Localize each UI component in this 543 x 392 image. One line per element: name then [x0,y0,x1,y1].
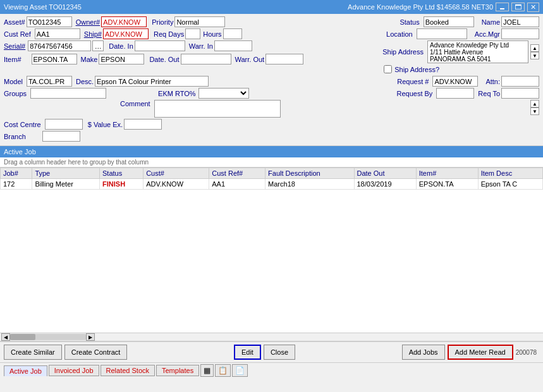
form-row-7: Cost Centre $ Value Ex. [4,119,539,130]
branch-input[interactable] [42,131,80,142]
comment-label: Comment [120,100,150,107]
ship-input[interactable] [103,28,149,39]
col-cust: Cust# [143,168,209,179]
name-label: Name [482,18,500,26]
desc-label: Desc. [76,78,94,85]
title-bar: Viewing Asset TO012345 Advance Knowledge… [0,0,543,14]
acc-mgr-input[interactable] [501,28,539,39]
maximize-button[interactable]: 🗖 [511,3,525,11]
close-button[interactable]: Close [264,345,295,360]
req-to-input[interactable] [501,88,539,99]
attn-input[interactable] [501,76,539,87]
warr-out-input[interactable] [265,54,303,64]
title-bar-controls: Advance Knowledge Pty Ltd $14568.58 NET3… [348,3,539,12]
serial-input[interactable] [28,40,91,51]
cell-type: Billing Meter [32,179,100,190]
ship-address-checkbox[interactable] [384,65,392,73]
date-in-input[interactable] [135,40,185,51]
priority-input[interactable] [174,16,225,27]
groups-input[interactable] [30,88,106,99]
request-by-input[interactable] [436,88,474,99]
value-ex-input[interactable] [124,119,162,130]
active-job-title: Active Job [4,148,36,156]
ship-address-label: Ship Address [382,48,424,56]
ship-addr-up[interactable]: ▲ [530,44,539,52]
comment-dn[interactable]: ▼ [530,107,539,115]
warr-in-label: Warr. In [189,42,213,50]
asset-input[interactable] [27,16,72,27]
col-fault: Fault Description [265,168,354,179]
location-label: Location [386,30,413,38]
desc-input[interactable] [95,76,209,87]
table-icon[interactable]: ▦ [200,364,214,377]
branch-label: Branch [4,133,26,140]
active-job-table: Job# Type Status Cust# Cust Ref# Fault D… [0,168,543,190]
owner-label: Owner# [76,18,101,26]
minimize-button[interactable]: 🗕 [496,3,509,11]
item-input[interactable] [32,54,77,64]
hours-label: Hours [203,30,221,38]
close-window-button[interactable]: ✕ [527,3,539,12]
cell-cust-ref: AA1 [209,179,265,190]
active-job-table-container[interactable]: Job# Type Status Cust# Cust Ref# Fault D… [0,168,543,333]
warr-in-input[interactable] [214,40,252,51]
scroll-thumb[interactable] [10,334,35,340]
make-label: Make [81,56,98,63]
col-status: Status [100,168,143,179]
scroll-right-btn[interactable]: ▶ [86,333,95,341]
tab-templates[interactable]: Templates [156,365,199,376]
serial-label: Serial# [4,42,25,50]
req-days-input[interactable] [185,28,200,39]
scroll-track[interactable] [10,334,86,340]
ekm-rto-select[interactable] [198,88,249,99]
acc-mgr-label: Acc.Mgr [475,30,500,38]
drag-hint: Drag a column header here to group by th… [0,157,543,168]
copy-icon[interactable]: 📋 [215,364,231,377]
tab-active-job[interactable]: Active Job [4,365,47,376]
make-input[interactable] [99,54,144,64]
cost-centre-label: Cost Centre [4,121,41,128]
cust-ref-input[interactable] [35,28,80,39]
request-input[interactable] [432,76,478,87]
ship-address-check-label: Ship Address? [394,66,439,73]
status-input[interactable] [424,16,474,27]
horizontal-scrollbar[interactable]: ◀ ▶ [0,333,543,341]
model-input[interactable] [27,76,72,87]
main-window: Viewing Asset TO012345 Advance Knowledge… [0,0,543,378]
owner-input[interactable] [101,16,147,27]
ship-label: Ship# [84,30,102,38]
name-input[interactable] [501,16,539,27]
comment-up[interactable]: ▲ [530,100,539,107]
col-date-out: Date Out [354,168,416,179]
ship-address-row: Ship Address Advance Knowledge Pty Ltd1/… [382,40,539,63]
location-input[interactable] [417,28,467,39]
cost-centre-input[interactable] [45,119,83,130]
serial-dots-btn[interactable]: … [92,40,104,51]
tab-invoiced-job[interactable]: Invoiced Job [49,365,99,376]
scroll-left-btn[interactable]: ◀ [1,333,10,341]
value-ex-label: $ Value Ex. [88,121,123,128]
tab-bar: Active Job Invoiced Job Related Stock Te… [0,362,543,378]
ship-address-value: Advance Knowledge Pty Ltd1/11 Hattie Ave… [427,40,528,63]
hours-input[interactable] [223,28,242,39]
company-info: Advance Knowledge Pty Ltd $14568.58 NET3… [348,3,493,11]
window-title: Viewing Asset TO012345 [4,3,82,11]
tab-related-stock[interactable]: Related Stock [101,365,155,376]
add-jobs-button[interactable]: Add Jobs [402,345,445,360]
paste-icon[interactable]: 📄 [232,364,248,377]
ship-addr-dn[interactable]: ▼ [530,52,539,59]
request-label: Request # [397,78,429,85]
table-row[interactable]: 172 Billing Meter FINISH ADV.KNOW AA1 Ma… [1,179,543,190]
warr-out-label: Warr. Out [235,56,265,63]
create-contract-button[interactable]: Create Contract [64,345,128,360]
ship-address-check-row: Ship Address? [382,65,539,73]
comment-textarea[interactable] [154,100,281,118]
asset-label: Asset# [4,18,25,26]
table-header-row: Job# Type Status Cust# Cust Ref# Fault D… [1,168,543,179]
ekm-rto-label: EKM RTO% [158,90,196,97]
priority-label: Priority [152,18,173,26]
add-meter-read-button[interactable]: Add Meter Read [448,345,513,360]
date-out-input[interactable] [181,54,231,64]
create-similar-button[interactable]: Create Similar [4,345,62,360]
edit-button[interactable]: Edit [234,345,261,360]
